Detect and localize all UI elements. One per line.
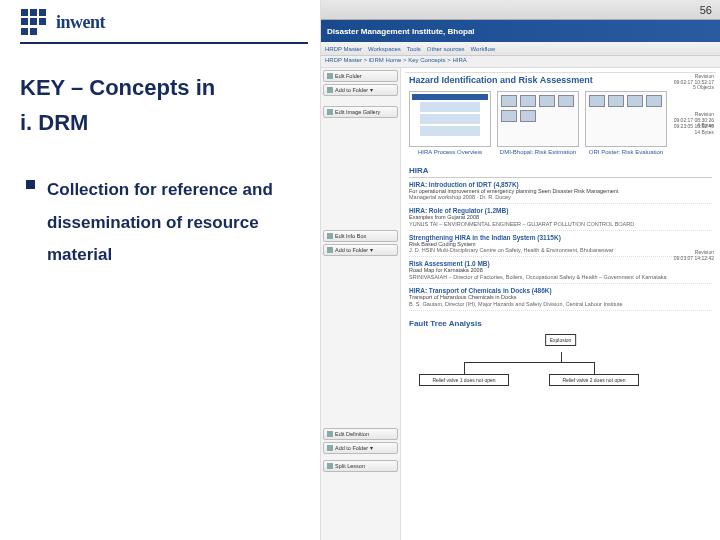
bullet-square-icon <box>26 180 35 189</box>
item-sub: Managerial workshop 2008 · Dr. R. Ducey <box>409 194 712 200</box>
add-to-folder-button-2[interactable]: Add to Folder ▾ <box>323 244 398 256</box>
info-icon <box>327 233 333 239</box>
item-desc: Road Map for Karnataka 2008 <box>409 267 712 274</box>
revision-meta: Revision09:02:17 10:52:175 Objects <box>674 74 714 91</box>
banner-text: Disaster Management Institute, Bhopal <box>327 27 475 36</box>
thumb-caption: DMI-Bhopal: Risk Estimation <box>497 147 579 158</box>
revision-meta: Revision09:03:07 14:12:42 <box>674 250 714 261</box>
item-title: Risk Assessment (1.0 MB) <box>409 260 712 267</box>
list-item[interactable]: HIRA: Role of Regulator (1.2MB) Examples… <box>409 204 712 231</box>
folder-icon <box>327 73 333 79</box>
plus-icon <box>327 87 333 93</box>
item-sub: B. S. Gautam, Director (IH), Major Hazar… <box>409 301 712 307</box>
title-line-2: i. DRM <box>20 105 308 140</box>
bullet-text: Collection for reference and disseminati… <box>47 174 308 271</box>
list-item[interactable]: HIRA: Transport of Chemicals in Docks (4… <box>409 284 712 311</box>
edit-definition-button[interactable]: Edit Definition <box>323 428 398 440</box>
fta-diagram: Explosion Relief valve 1 does not open R… <box>409 334 712 394</box>
add-to-folder-button-3[interactable]: Add to Folder ▾ <box>323 442 398 454</box>
image-icon <box>327 109 333 115</box>
thumb-caption: ORI Poster: Risk Evaluation <box>585 147 667 158</box>
item-sub: SRINIVASAIAH – Director of Factories, Bo… <box>409 274 712 280</box>
item-title: Strengthening HIRA in the Indian System … <box>409 234 712 241</box>
edit-gallery-button[interactable]: Edit Image Gallery <box>323 106 398 118</box>
fta-node-right: Relief valve 2 does not open <box>549 374 639 386</box>
page-title: Hazard Identification and Risk Assessmen… <box>405 72 716 87</box>
image-gallery: HIRA Process Overview DMI-Bhopal: Risk E… <box>405 87 716 162</box>
fault-tree-section: Fault Tree Analysis Explosion Relief val… <box>405 313 716 400</box>
site-banner: Disaster Management Institute, Bhopal <box>321 20 720 42</box>
list-header: HIRA <box>409 164 712 178</box>
plus-icon <box>327 445 333 451</box>
thumb-caption: HIRA Process Overview <box>409 147 491 158</box>
gallery-thumb[interactable]: ORI Poster: Risk Evaluation <box>585 91 667 158</box>
screenshot-panel: Disaster Management Institute, Bhopal HR… <box>320 0 720 540</box>
fta-node-left: Relief valve 1 does not open <box>419 374 509 386</box>
logo-row: inwent <box>20 8 308 36</box>
inwent-logo: inwent <box>56 12 105 33</box>
bullet-list: Collection for reference and disseminati… <box>20 174 308 271</box>
list-item[interactable]: HIRA: Introduction of IDRT (4,857K) For … <box>409 178 712 205</box>
item-title: HIRA: Introduction of IDRT (4,857K) <box>409 181 712 188</box>
resource-list: HIRA HIRA: Introduction of IDRT (4,857K)… <box>405 162 716 313</box>
list-item[interactable]: Risk Assessment (1.0 MB) Road Map for Ka… <box>409 257 712 284</box>
toolbar-item[interactable]: Tools <box>407 46 421 52</box>
item-desc: Transport of Hazardous Chemicals in Dock… <box>409 294 712 301</box>
item-desc: Risk Based Coding System <box>409 241 712 248</box>
title-line-1: KEY – Concepts in <box>20 70 308 105</box>
edit-info-button[interactable]: Edit Info Box <box>323 230 398 242</box>
split-lesson-button[interactable]: Split Lesson <box>323 460 398 472</box>
item-sub: J. D. HSIN Multi-Disciplinary Centre on … <box>409 247 712 253</box>
breadcrumb: HRDP Master > iDRM Home > Key Concepts >… <box>321 56 720 68</box>
fta-heading: Fault Tree Analysis <box>409 319 712 328</box>
split-icon <box>327 463 333 469</box>
list-item[interactable]: Strengthening HIRA in the Indian System … <box>409 231 712 258</box>
item-desc: For operational improvement of emergency… <box>409 188 712 195</box>
divider <box>20 42 308 44</box>
add-to-folder-button[interactable]: Add to Folder ▾ <box>323 84 398 96</box>
fta-node-top: Explosion <box>545 334 577 346</box>
edit-folder-button[interactable]: Edit Folder <box>323 70 398 82</box>
edit-icon <box>327 431 333 437</box>
toolbar-item[interactable]: Other sources <box>427 46 465 52</box>
toolbar-item[interactable]: HRDP Master <box>325 46 362 52</box>
toolbar-item[interactable]: Workspaces <box>368 46 401 52</box>
main-toolbar: HRDP Master Workspaces Tools Other sourc… <box>321 42 720 56</box>
gallery-thumb[interactable]: DMI-Bhopal: Risk Estimation <box>497 91 579 158</box>
item-title: HIRA: Transport of Chemicals in Docks (4… <box>409 287 712 294</box>
gtz-logo-icon <box>20 8 48 36</box>
item-title: HIRA: Role of Regulator (1.2MB) <box>409 207 712 214</box>
gallery-thumb[interactable]: HIRA Process Overview <box>409 91 491 158</box>
browser-chrome <box>321 0 720 20</box>
cms-sidebar: Edit Folder Add to Folder ▾ Edit Image G… <box>321 68 401 540</box>
item-sub: YUNUS TAI – ENVIRONMENTAL ENGINEER – GUJ… <box>409 221 712 227</box>
revision-meta: 09:23:05 16:52:4014 Bytes <box>674 124 714 135</box>
item-desc: Examples from Gujarat 2008 <box>409 214 712 221</box>
slide-title: KEY – Concepts in i. DRM <box>20 70 308 140</box>
bullet-item: Collection for reference and disseminati… <box>26 174 308 271</box>
left-panel: inwent KEY – Concepts in i. DRM Collecti… <box>0 0 320 540</box>
plus-icon <box>327 247 333 253</box>
toolbar-item[interactable]: Workflow <box>471 46 496 52</box>
page-number: 56 <box>700 4 712 16</box>
cms-main: Hazard Identification and Risk Assessmen… <box>401 68 720 540</box>
